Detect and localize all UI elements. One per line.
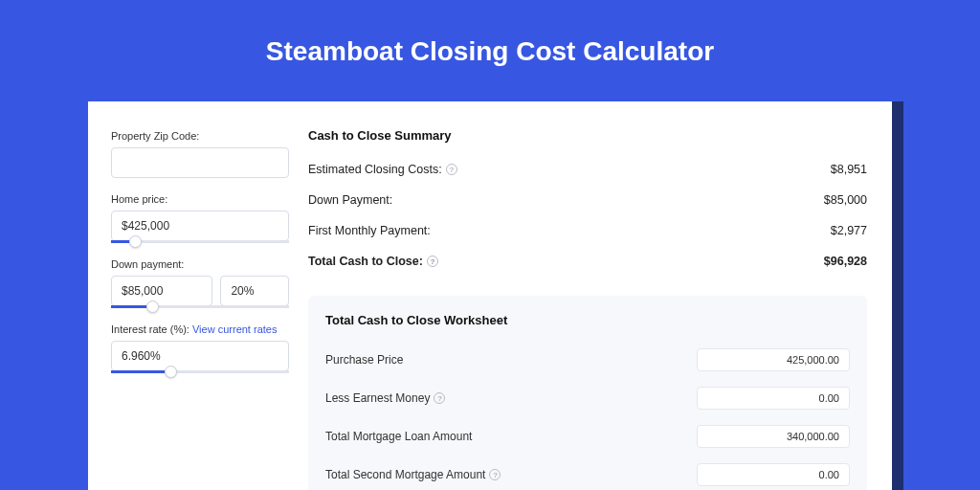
inputs-panel: Property Zip Code: Home price: Down paym… (88, 101, 308, 490)
summary-card: Cash to Close Summary Estimated Closing … (308, 122, 867, 282)
interest-slider[interactable] (111, 370, 289, 373)
summary-row: Estimated Closing Costs: ? $8,951 (308, 154, 867, 185)
summary-value: $2,977 (831, 224, 867, 237)
summary-label: First Monthly Payment: (308, 224, 431, 237)
results-panel: Cash to Close Summary Estimated Closing … (308, 101, 892, 490)
worksheet-value-input[interactable] (697, 425, 850, 448)
zip-input[interactable] (111, 147, 289, 178)
worksheet-label: Total Second Mortgage Amount ? (325, 468, 501, 481)
worksheet-row: Less Earnest Money ? (325, 379, 850, 417)
worksheet-label: Purchase Price (325, 353, 403, 367)
summary-label: Down Payment: (308, 193, 392, 207)
down-payment-slider[interactable] (111, 305, 289, 308)
home-price-label: Home price: (111, 193, 289, 205)
help-icon[interactable]: ? (446, 164, 457, 175)
interest-label: Interest rate (%): View current rates (111, 323, 289, 335)
calculator-card: Property Zip Code: Home price: Down paym… (88, 101, 892, 490)
slider-thumb[interactable] (129, 235, 142, 248)
summary-label: Estimated Closing Costs: ? (308, 163, 457, 176)
summary-row: Down Payment: $85,000 (308, 185, 867, 215)
interest-group: Interest rate (%): View current rates (111, 323, 289, 373)
page-title: Steamboat Closing Cost Calculator (0, 0, 980, 94)
summary-total-row: Total Cash to Close: ? $96,928 (308, 246, 867, 277)
worksheet-value-input[interactable] (697, 463, 850, 486)
help-icon[interactable]: ? (434, 392, 445, 404)
worksheet-label: Less Earnest Money ? (325, 391, 445, 405)
summary-value: $85,000 (824, 193, 867, 207)
worksheet-row: Total Mortgage Loan Amount (325, 417, 850, 456)
worksheet-row: Total Second Mortgage Amount ? (325, 456, 850, 490)
worksheet-title: Total Cash to Close Worksheet (325, 313, 850, 327)
view-rates-link[interactable]: View current rates (192, 323, 277, 335)
zip-field-group: Property Zip Code: (111, 130, 289, 178)
worksheet-row: Purchase Price (325, 341, 850, 379)
summary-total-value: $96,928 (824, 255, 867, 268)
zip-label: Property Zip Code: (111, 130, 289, 142)
summary-title: Cash to Close Summary (308, 128, 867, 143)
down-payment-pct-input[interactable] (220, 276, 289, 306)
home-price-group: Home price: (111, 193, 289, 243)
slider-thumb[interactable] (165, 366, 177, 378)
summary-row: First Monthly Payment: $2,977 (308, 215, 867, 246)
slider-thumb[interactable] (146, 301, 159, 313)
help-icon[interactable]: ? (489, 469, 501, 480)
down-payment-label: Down payment: (111, 258, 289, 270)
down-payment-input[interactable] (111, 276, 212, 306)
worksheet-value-input[interactable] (697, 387, 850, 410)
down-payment-group: Down payment: (111, 258, 289, 308)
summary-total-label: Total Cash to Close: ? (308, 255, 438, 268)
worksheet-label: Total Mortgage Loan Amount (325, 430, 472, 443)
worksheet-value-input[interactable] (697, 348, 850, 371)
home-price-slider[interactable] (111, 240, 289, 243)
worksheet-card: Total Cash to Close Worksheet Purchase P… (308, 296, 867, 490)
main-card: Property Zip Code: Home price: Down paym… (88, 101, 892, 490)
interest-input[interactable] (111, 341, 289, 371)
help-icon[interactable]: ? (427, 256, 438, 267)
summary-value: $8,951 (831, 163, 867, 176)
